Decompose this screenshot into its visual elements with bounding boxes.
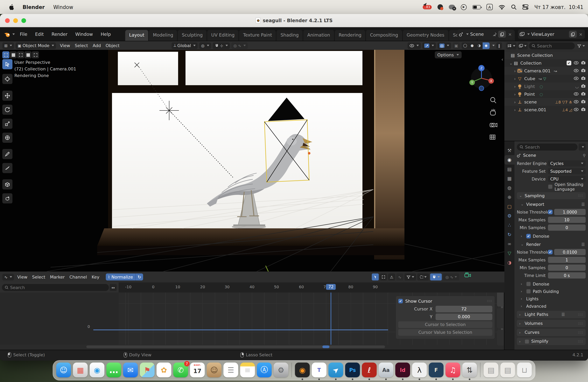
properties-search-input[interactable]: Search: [517, 144, 578, 150]
scene-selector[interactable]: Scene ×: [457, 30, 514, 39]
properties-panel-header[interactable]: › Curves ∷∷: [517, 329, 586, 336]
dock-app-icon[interactable]: F: [429, 362, 443, 377]
menubar-clock[interactable]: Чт 17 жовт. 10:41: [534, 4, 583, 10]
topbar-menu-item[interactable]: Edit: [32, 30, 47, 39]
dock-app-icon[interactable]: ✆ 7: [173, 362, 188, 377]
dock-app-icon[interactable]: жовт. 17: [190, 362, 205, 377]
topbar-menu-item[interactable]: Window: [72, 30, 96, 39]
outliner-row[interactable]: › ▤ ▽ ⊥ Cube ↝ ▽ ◡: [504, 75, 588, 83]
outliner-row[interactable]: › ▤ ▽ ⊥ scene.001 ⊥4 ◿ ◡: [504, 106, 588, 114]
show-errors-toggle[interactable]: ⚠: [388, 274, 395, 280]
expander-icon[interactable]: ›: [513, 76, 517, 81]
panel-drag-handle[interactable]: ∷∷: [578, 313, 583, 317]
tool-select-box[interactable]: [2, 59, 12, 69]
properties-tab[interactable]: ▢: [504, 202, 514, 211]
outliner-row[interactable]: ▤ ▽ ⊥ Scene Collection ◡: [504, 51, 588, 59]
properties-tab[interactable]: ⚒: [504, 146, 514, 155]
dock-app-icon[interactable]: ✉: [123, 362, 138, 377]
viewport-noise-threshold-field[interactable]: 1.0000: [554, 209, 586, 215]
properties-panel-header[interactable]: › Light Paths ☰ ∷∷: [517, 311, 586, 318]
viewport-menu-item[interactable]: Select: [73, 43, 90, 48]
dock-app-icon[interactable]: ▦: [73, 362, 88, 377]
filter-dropdown[interactable]: [404, 274, 416, 280]
workspace-tab[interactable]: Shading: [277, 30, 303, 41]
window-titlebar[interactable]: seagull - Blender 4.2.1 LTS: [0, 14, 588, 27]
pause-render-button[interactable]: ‖: [496, 42, 502, 49]
display-mode-dropdown[interactable]: [506, 42, 516, 49]
dock-app-icon[interactable]: [292, 362, 292, 377]
disable-in-renders-toggle[interactable]: [581, 107, 586, 112]
only-selected-filter[interactable]: [372, 274, 379, 280]
tool-transform[interactable]: [2, 133, 12, 143]
render-denoise-panel[interactable]: ›Denoise: [517, 281, 586, 287]
panel-drag-handle[interactable]: ∷∷: [578, 330, 583, 334]
disable-in-renders-toggle[interactable]: [581, 99, 586, 105]
shading-material-button[interactable]: ◑: [476, 42, 483, 49]
workspace-tab[interactable]: Modeling: [149, 30, 177, 41]
object-name[interactable]: Camera.001: [524, 68, 550, 73]
minimize-window-button[interactable]: [13, 18, 18, 23]
select-mode-new[interactable]: [10, 51, 17, 58]
disable-in-renders-toggle[interactable]: [581, 76, 586, 81]
dock-app-icon[interactable]: Aa: [378, 362, 393, 377]
cursor-value-to-selection-button[interactable]: Cursor Value to Selection: [398, 329, 492, 336]
panel-drag-handle[interactable]: ∷∷: [487, 299, 492, 303]
viewport-denoise-panel[interactable]: ›Denoise: [517, 233, 586, 239]
input-source-icon[interactable]: A: [486, 4, 493, 10]
workspace-tab[interactable]: Animation: [303, 30, 334, 41]
graph-menu-item[interactable]: Select: [30, 275, 48, 279]
object-name[interactable]: Point: [524, 92, 535, 97]
expander-icon[interactable]: ›: [513, 100, 517, 104]
dock-app-icon[interactable]: ➤: [328, 362, 343, 377]
horizontal-scrollbar[interactable]: [86, 345, 385, 348]
dock-app-icon[interactable]: ♫: [445, 362, 460, 377]
dock-app-icon[interactable]: ☰: [223, 362, 238, 377]
viewport-noise-threshold-checkbox[interactable]: [548, 210, 553, 214]
object-name[interactable]: Collection: [520, 61, 542, 65]
tool-rotate[interactable]: [2, 105, 12, 115]
path-guiding-panel[interactable]: ›Path Guiding: [517, 288, 586, 295]
render-subpanel-header[interactable]: ⌄Render☰: [517, 241, 586, 247]
select-mode-intersect[interactable]: [32, 51, 39, 58]
properties-tab[interactable]: ◍: [504, 183, 514, 192]
dock-app-icon[interactable]: ☺: [56, 362, 71, 377]
hide-in-viewport-toggle[interactable]: ◡: [574, 76, 579, 81]
sampling-panel-header[interactable]: ⌄Sampling∷∷: [517, 192, 586, 199]
properties-tab[interactable]: ∴: [504, 221, 514, 230]
pin-icon[interactable]: [493, 32, 497, 36]
viewport-menu-item[interactable]: Object: [103, 43, 122, 48]
dock-app-icon[interactable]: ✿: [157, 362, 171, 377]
viewport-menu-item[interactable]: View: [58, 43, 72, 48]
remove-viewlayer-button[interactable]: ×: [578, 32, 583, 37]
properties-tab[interactable]: ∞: [504, 239, 514, 249]
graph-menu-item[interactable]: Key: [89, 275, 102, 279]
disable-in-renders-toggle[interactable]: [581, 84, 586, 89]
hide-in-viewport-toggle[interactable]: ◡: [574, 68, 579, 73]
collection-checkbox[interactable]: [567, 61, 571, 65]
hide-in-viewport-toggle[interactable]: ◡: [574, 107, 579, 112]
dock-app-icon[interactable]: ⚑: [140, 362, 155, 377]
viewlayer-selector[interactable]: ViewLayer ×: [518, 30, 585, 39]
dock-app-icon[interactable]: Ⓐ: [257, 362, 272, 377]
viewport-menu-item[interactable]: Add: [90, 43, 103, 48]
cloud-sync-icon[interactable]: [449, 5, 455, 9]
viewport-3d[interactable]: ⊞ ▣Object Mode ViewSelectAddObject ⟂Glob…: [0, 41, 504, 272]
disable-in-renders-toggle[interactable]: [581, 68, 586, 73]
apple-logo-icon[interactable]: [9, 4, 14, 10]
properties-options-dropdown[interactable]: [579, 144, 586, 150]
breadcrumb-label[interactable]: Scene: [523, 153, 536, 158]
hide-in-viewport-toggle[interactable]: ◡: [574, 99, 579, 105]
pin-id-icon[interactable]: ⚲: [583, 153, 586, 157]
gizmo-x-axis[interactable]: X: [490, 79, 492, 83]
viewport-min-samples-field[interactable]: 0: [548, 224, 586, 231]
tool-annotate[interactable]: [2, 149, 12, 159]
hide-in-viewport-toggle[interactable]: ◡: [575, 84, 579, 89]
outliner-row[interactable]: › ▤ ▽ ⊥ scene ⊥8 ▽7 ⋔ ◡: [504, 98, 588, 106]
outliner-filter-images[interactable]: [518, 42, 528, 49]
control-center-icon[interactable]: [522, 4, 528, 10]
graph-menu-item[interactable]: Marker: [48, 275, 67, 279]
disable-in-renders-toggle[interactable]: [581, 92, 586, 97]
time-limit-field[interactable]: 0 s: [548, 272, 586, 278]
expander-icon[interactable]: ›: [513, 92, 517, 96]
workspace-tab[interactable]: Layout: [125, 30, 148, 41]
